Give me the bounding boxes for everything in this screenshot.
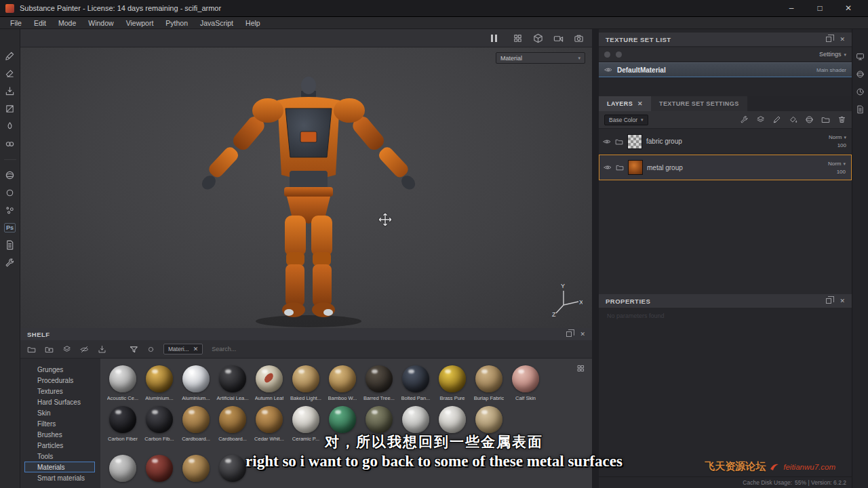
category-procedurals[interactable]: Procedurals [24, 375, 95, 386]
settings-dropdown[interactable]: Settings ▾ [819, 51, 846, 58]
export-document-icon[interactable] [5, 240, 15, 250]
popout-panel-icon[interactable] [826, 298, 831, 304]
material-item[interactable]: Bamboo W... [324, 365, 361, 401]
tab-layers[interactable]: LAYERS ✕ [599, 96, 651, 111]
material-item[interactable]: Barred Tree... [361, 365, 397, 401]
blend-mode-dropdown[interactable]: Norm ▾ [829, 134, 846, 140]
material-item[interactable]: Cardboard... [214, 406, 251, 442]
material-item[interactable] [104, 455, 141, 482]
maximize-button[interactable]: □ [806, 3, 834, 13]
menu-edit[interactable]: Edit [28, 19, 52, 27]
category-textures[interactable]: Textures [24, 386, 95, 396]
toggle-icon[interactable] [604, 52, 610, 58]
pause-engine-icon[interactable] [491, 35, 497, 42]
category-materials[interactable]: Materials [24, 462, 95, 472]
close-panel-icon[interactable]: ✕ [580, 331, 585, 338]
3d-viewport[interactable]: Y X Z Material ▾ [20, 29, 592, 328]
shader-settings-icon[interactable] [856, 70, 865, 79]
material-item[interactable]: Bolted Pan... [397, 365, 434, 401]
camera-projection-icon[interactable] [553, 33, 564, 43]
menu-window[interactable]: Window [82, 19, 119, 27]
material-item[interactable]: Brass Pure [434, 365, 471, 401]
display-settings-icon[interactable] [856, 52, 865, 61]
popout-panel-icon[interactable] [566, 331, 572, 337]
delete-layer-icon[interactable] [837, 115, 846, 124]
grid-display-icon[interactable] [576, 364, 585, 373]
material-item[interactable] [324, 406, 361, 442]
material-item[interactable]: Baked Light... [288, 365, 324, 401]
material-sphere-icon[interactable] [5, 170, 15, 180]
menu-javascript[interactable]: JavaScript [194, 19, 239, 27]
add-fill-layer-icon[interactable] [789, 115, 797, 124]
menu-python[interactable]: Python [159, 19, 194, 27]
category-hard-surfaces[interactable]: Hard Surfaces [24, 396, 95, 407]
material-item[interactable]: Carbon Fiber [104, 406, 141, 442]
viewport-shader-dropdown[interactable]: Material ▾ [496, 52, 585, 64]
material-item[interactable]: Autumn Leaf [251, 365, 288, 401]
search-input[interactable] [212, 344, 277, 354]
material-item[interactable]: Carbon Fib... [141, 406, 178, 442]
clone-stamp-tool-icon[interactable] [5, 139, 15, 149]
layer-opacity[interactable]: 100 [837, 142, 846, 148]
material-item[interactable] [397, 406, 434, 442]
filter-funnel-icon[interactable] [130, 345, 138, 354]
folder-icon[interactable] [27, 345, 36, 354]
add-group-folder-icon[interactable] [821, 115, 830, 124]
scifi-armor-model[interactable] [173, 68, 444, 328]
add-paint-layer-icon[interactable] [772, 115, 781, 124]
channel-dropdown[interactable]: Base Color ▾ [604, 115, 648, 125]
category-skin[interactable]: Skin [24, 407, 95, 418]
close-button[interactable]: ✕ [834, 3, 863, 13]
layer-opacity[interactable]: 100 [837, 169, 846, 175]
minimize-button[interactable]: – [777, 3, 806, 13]
paint-brush-tool-icon[interactable] [5, 51, 15, 61]
layer-visibility-eye-icon[interactable] [604, 163, 612, 171]
material-item[interactable]: Aluminium... [141, 365, 178, 401]
layer-visibility-eye-icon[interactable] [603, 138, 611, 146]
toggle-icon[interactable] [616, 52, 622, 58]
close-panel-icon[interactable]: ✕ [840, 37, 845, 43]
close-panel-icon[interactable]: ✕ [840, 298, 845, 304]
shader-link[interactable]: Main shader [816, 67, 846, 73]
polygon-fill-tool-icon[interactable] [5, 104, 15, 114]
category-tools[interactable]: Tools [24, 451, 95, 462]
settings-wrench-icon[interactable] [5, 258, 15, 268]
menu-mode[interactable]: Mode [52, 19, 82, 27]
geometry-cube-icon[interactable] [533, 33, 543, 43]
eye-off-icon[interactable] [80, 345, 89, 354]
category-brushes[interactable]: Brushes [24, 429, 95, 440]
menu-help[interactable]: Help [239, 19, 267, 27]
remove-filter-icon[interactable]: ✕ [193, 346, 199, 352]
log-document-icon[interactable] [856, 105, 865, 114]
photoshop-plugin-icon[interactable]: Ps [4, 223, 16, 232]
material-item[interactable]: Artificial Lea... [214, 365, 251, 401]
particles-tool-icon[interactable] [5, 205, 15, 216]
screenshot-camera-icon[interactable] [574, 33, 584, 43]
visibility-eye-icon[interactable] [604, 66, 612, 74]
ring-tool-icon[interactable] [5, 188, 15, 198]
popout-panel-icon[interactable] [826, 37, 831, 42]
material-item[interactable]: Cedar Whit... [251, 406, 288, 442]
stack-view-icon[interactable] [62, 345, 71, 354]
filter-tag[interactable]: Materi... ✕ [163, 344, 203, 354]
add-folder-icon[interactable] [45, 345, 54, 354]
material-item[interactable] [361, 406, 397, 442]
blend-mode-dropdown[interactable]: Norm ▾ [828, 161, 846, 167]
material-item[interactable]: Cardboard... [178, 406, 214, 442]
add-smart-material-icon[interactable] [805, 115, 814, 124]
material-item[interactable] [434, 406, 471, 442]
tab-texture-set-settings[interactable]: TEXTURE SET SETTINGS [651, 96, 747, 111]
material-item[interactable] [141, 455, 178, 482]
projection-tool-icon[interactable] [5, 86, 15, 96]
texture-set-row[interactable]: DefaultMaterial Main shader [599, 62, 852, 77]
import-resources-icon[interactable] [98, 345, 106, 354]
material-item[interactable]: Acoustic Ce... [104, 365, 141, 401]
eraser-tool-icon[interactable] [5, 68, 15, 79]
viewport-canvas[interactable]: Y X Z [20, 47, 592, 328]
material-item[interactable]: Calf Skin [507, 365, 544, 401]
material-item[interactable] [214, 455, 251, 482]
material-item[interactable]: Ceramic P... [288, 406, 324, 442]
material-item[interactable] [471, 406, 507, 442]
add-effect-wrench-icon[interactable] [740, 115, 749, 124]
history-clock-icon[interactable] [856, 87, 865, 96]
